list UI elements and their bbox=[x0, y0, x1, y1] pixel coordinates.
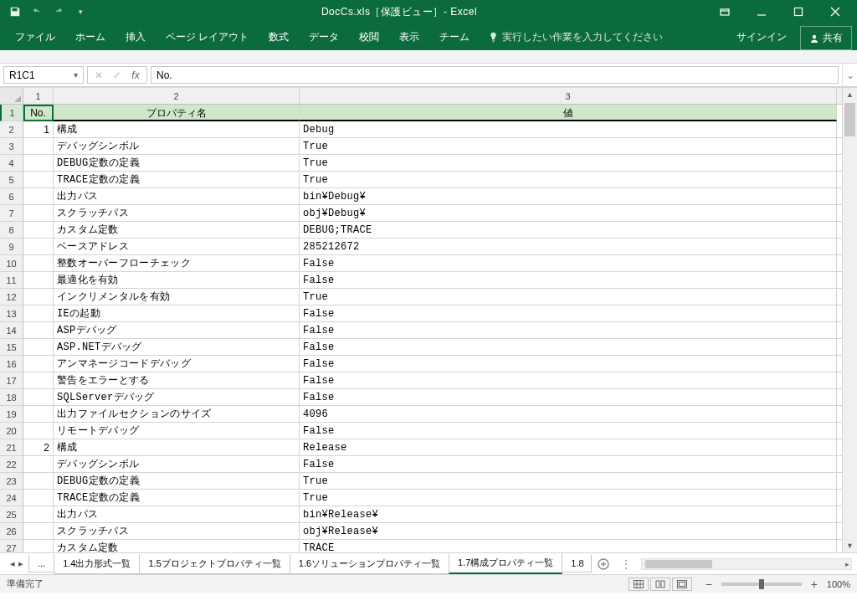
cell-prop[interactable]: DEBUG定数の定義 bbox=[54, 155, 300, 171]
row-header[interactable]: 14 bbox=[0, 322, 23, 339]
scroll-right-icon[interactable]: ▸ bbox=[841, 559, 853, 569]
cell-no[interactable] bbox=[23, 523, 54, 539]
zoom-level[interactable]: 100% bbox=[827, 579, 850, 589]
row-header[interactable]: 8 bbox=[0, 222, 23, 239]
zoom-slider[interactable] bbox=[721, 583, 802, 586]
tab-review[interactable]: 校閲 bbox=[349, 24, 389, 50]
tab-formulas[interactable]: 数式 bbox=[259, 24, 299, 50]
minimize-icon[interactable] bbox=[745, 3, 778, 21]
grid[interactable]: No. プロパティ名 値 1構成DebugデバッグシンボルTrueDEBUG定数… bbox=[23, 105, 842, 552]
tab-file[interactable]: ファイル bbox=[5, 24, 65, 50]
cell-prop[interactable]: 構成 bbox=[54, 439, 300, 455]
header-cell-val[interactable]: 値 bbox=[300, 105, 837, 121]
cell-no[interactable] bbox=[23, 540, 54, 552]
row-header[interactable]: 24 bbox=[0, 490, 23, 506]
tab-view[interactable]: 表示 bbox=[389, 24, 429, 50]
cell-val[interactable]: False bbox=[300, 389, 837, 405]
cell-no[interactable] bbox=[23, 255, 54, 271]
select-all-corner[interactable] bbox=[0, 88, 23, 104]
scroll-down-icon[interactable]: ▼ bbox=[843, 539, 857, 552]
zoom-out-button[interactable]: − bbox=[703, 578, 715, 591]
cell-val[interactable]: bin¥Release¥ bbox=[300, 506, 837, 522]
cell-prop[interactable]: スクラッチパス bbox=[54, 523, 300, 539]
cell-no[interactable] bbox=[23, 222, 54, 238]
zoom-thumb[interactable] bbox=[759, 579, 764, 589]
view-normal-icon[interactable] bbox=[629, 578, 649, 591]
name-box-input[interactable] bbox=[9, 69, 74, 81]
close-icon[interactable] bbox=[819, 3, 852, 21]
cell-val[interactable]: False bbox=[300, 356, 837, 372]
cell-prop[interactable]: インクリメンタルを有効 bbox=[54, 289, 300, 305]
cell-no[interactable] bbox=[23, 188, 54, 204]
cell-prop[interactable]: 整数オーバーフローチェック bbox=[54, 255, 300, 271]
tab-insert[interactable]: 挿入 bbox=[115, 24, 156, 50]
cancel-formula-icon[interactable]: ✕ bbox=[90, 69, 108, 81]
cell-prop[interactable]: スクラッチパス bbox=[54, 205, 300, 221]
row-header[interactable]: 13 bbox=[0, 305, 23, 322]
cell-no[interactable] bbox=[23, 339, 54, 355]
cell-no[interactable] bbox=[23, 389, 54, 405]
cell-prop[interactable]: デバッグシンボル bbox=[54, 138, 300, 154]
cell-no[interactable] bbox=[23, 289, 54, 305]
cell-no[interactable] bbox=[23, 172, 54, 187]
sheet-tab[interactable]: 1.5プロジェクトプロパティ一覧 bbox=[139, 554, 290, 574]
cell-prop[interactable]: SQLServerデバッグ bbox=[54, 389, 300, 405]
row-header[interactable]: 21 bbox=[0, 439, 23, 456]
sheet-tab[interactable]: 1.6ソリューションプロパティ一覧 bbox=[290, 554, 449, 574]
tabs-resize-handle[interactable]: ⋮ bbox=[616, 558, 636, 570]
tab-home[interactable]: ホーム bbox=[65, 24, 115, 50]
cell-prop[interactable]: ASP.NETデバッグ bbox=[54, 339, 300, 355]
row-header[interactable]: 20 bbox=[0, 423, 23, 439]
cell-val[interactable]: Debug bbox=[300, 121, 837, 137]
view-page-break-icon[interactable] bbox=[672, 578, 692, 591]
row-header[interactable]: 12 bbox=[0, 289, 23, 305]
tab-team[interactable]: チーム bbox=[429, 24, 480, 50]
cell-val[interactable]: bin¥Debug¥ bbox=[300, 188, 837, 204]
row-header[interactable]: 10 bbox=[0, 255, 23, 272]
scroll-thumb[interactable] bbox=[844, 103, 855, 136]
maximize-icon[interactable] bbox=[782, 3, 815, 21]
row-header[interactable]: 3 bbox=[0, 138, 23, 155]
name-box-dropdown-icon[interactable]: ▾ bbox=[74, 70, 78, 80]
row-header[interactable]: 7 bbox=[0, 205, 23, 222]
cell-val[interactable]: False bbox=[300, 372, 837, 388]
cell-val[interactable]: 4096 bbox=[300, 406, 837, 422]
row-header[interactable]: 19 bbox=[0, 406, 23, 423]
cell-val[interactable]: False bbox=[300, 255, 837, 271]
cell-val[interactable]: False bbox=[300, 423, 837, 439]
cell-prop[interactable]: IEの起動 bbox=[54, 305, 300, 321]
tell-me-search[interactable]: 実行したい作業を入力してください bbox=[480, 24, 671, 50]
cell-no[interactable] bbox=[23, 406, 54, 422]
cell-prop[interactable]: デバッグシンボル bbox=[54, 456, 300, 472]
save-icon[interactable] bbox=[5, 3, 25, 21]
col-header[interactable]: 2 bbox=[54, 88, 300, 104]
cell-prop[interactable]: 出力ファイルセクションのサイズ bbox=[54, 406, 300, 422]
cell-no[interactable] bbox=[23, 372, 54, 388]
cell-prop[interactable]: 出力パス bbox=[54, 506, 300, 522]
cell-no[interactable] bbox=[23, 155, 54, 171]
zoom-in-button[interactable]: + bbox=[808, 578, 820, 591]
cell-prop[interactable]: TRACE定数の定義 bbox=[54, 172, 300, 187]
view-page-layout-icon[interactable] bbox=[650, 578, 670, 591]
col-header[interactable]: 1 bbox=[23, 88, 54, 104]
sheet-nav-next-icon[interactable]: ▸ bbox=[18, 558, 23, 569]
row-header[interactable]: 23 bbox=[0, 473, 23, 490]
row-header[interactable]: 27 bbox=[0, 540, 23, 552]
cell-val[interactable]: Release bbox=[300, 439, 837, 455]
row-header[interactable]: 2 bbox=[0, 121, 23, 138]
row-header[interactable]: 25 bbox=[0, 506, 23, 523]
cell-no[interactable] bbox=[23, 305, 54, 321]
cell-val[interactable]: True bbox=[300, 138, 837, 154]
cell-val[interactable]: False bbox=[300, 272, 837, 288]
cell-val[interactable]: True bbox=[300, 289, 837, 305]
row-header[interactable]: 15 bbox=[0, 339, 23, 356]
cell-no[interactable] bbox=[23, 456, 54, 472]
cell-prop[interactable]: 構成 bbox=[54, 121, 300, 137]
cell-no[interactable] bbox=[23, 506, 54, 522]
horizontal-scrollbar[interactable]: ◂ ▸ bbox=[641, 558, 852, 570]
sheet-nav-prev-icon[interactable]: ◂ bbox=[10, 558, 15, 569]
tab-data[interactable]: データ bbox=[299, 24, 349, 50]
cell-no[interactable] bbox=[23, 322, 54, 338]
cell-no[interactable]: 1 bbox=[23, 121, 54, 137]
cell-prop[interactable]: DEBUG定数の定義 bbox=[54, 473, 300, 489]
